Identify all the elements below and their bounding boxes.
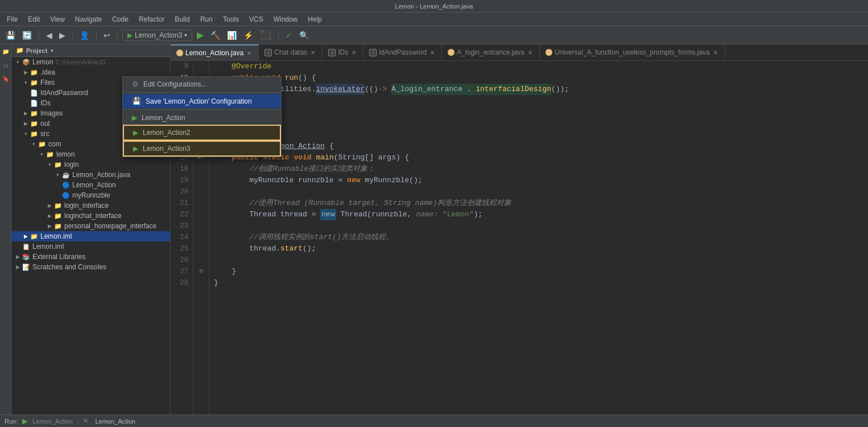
code-content: @Override public void run () { [209,61,868,414]
tab-close-chat-datas[interactable]: ✕ [309,50,316,56]
gutter-25 [193,243,209,254]
code-line-28: } [214,277,863,289]
ln-25: 25 [175,243,188,254]
eq-22: = [312,209,316,220]
tree-item-scratches-consoles[interactable]: ▶ 📝 Scratches and Consoles [11,262,170,272]
save-config-item[interactable]: 💾 Save 'Lemon_Action' Configuration [123,94,281,108]
menu-code[interactable]: Code [108,14,133,24]
idea-folder-icon: 📁 [30,68,39,77]
sp4-22 [336,209,341,220]
folder-icon: 📁 [16,47,24,54]
sp-11 [387,84,391,95]
undo-button[interactable]: ↩ [101,30,113,41]
stop-button[interactable]: ⬛ [258,28,274,42]
menu-edit[interactable]: Edit [23,14,44,24]
tab-close-lemon-action[interactable]: ✕ [246,50,253,56]
menu-navigate[interactable]: Navigate [71,14,106,24]
panel-header: 📁 Project ▾ [11,44,170,57]
lemon-action2-item[interactable]: ▶ Lemon_Action2 [123,125,281,141]
tree-item-myrunnzble[interactable]: 🔵 myRunnzble [11,190,170,200]
code-line-11: SwingUtilities . invokeLater (() -> A_lo… [214,84,863,95]
search-everywhere-button[interactable]: 🔍 [297,30,311,41]
files-folder-icon: 📁 [30,78,39,87]
gutter-28 [193,277,209,289]
tab-idandpassword[interactable]: J IdAndPassword ✕ [363,44,442,60]
bottom-close-label[interactable]: ✕ [83,417,88,425]
tab-close-ids[interactable]: ✕ [350,50,357,56]
structure-icon[interactable]: 🗂 [1,60,10,69]
build-button[interactable]: 🔨 [208,30,222,41]
sp2-19 [334,175,338,186]
menu-file[interactable]: File [2,14,22,24]
menu-vcs[interactable]: VCS [245,14,268,24]
kw-new-19: new [347,175,360,186]
profile-run-button[interactable]: ⚡ [241,30,255,41]
tree-item-login[interactable]: ▾ 📁 login [11,159,170,170]
fold-icon-27[interactable]: ⊖ [199,266,202,277]
comma-22: , [407,209,412,220]
tab-close-a-login[interactable]: ✕ [527,50,534,56]
ln-23: 23 [175,220,188,232]
tab-label-lemon-action: Lemon_Action.java [185,49,243,57]
menu-refactor[interactable]: Refactor [134,14,169,24]
tab-close-idandpassword[interactable]: ✕ [429,50,436,56]
sp3-17 [312,152,316,163]
dropdown-arrow-icon: ▾ [184,32,187,38]
expand-arrow-images: ▶ [22,109,30,117]
profile-button[interactable]: 👤 [77,30,92,41]
lemon-action-item[interactable]: ▶ Lemon_Action [123,111,281,125]
lemon-folder-icon: 📁 [46,150,55,159]
lemon-action3-item[interactable]: ▶ Lemon_Action3 [123,141,281,157]
menu-tools[interactable]: Tools [218,14,243,24]
tab-ids[interactable]: J IDs ✕ [323,44,363,60]
tree-item-lemon-iml[interactable]: 📋 Lemon.iml [11,241,170,252]
gutter-24 [193,232,209,243]
tree-item-login-interface[interactable]: ▶ 📁 login_interface [11,200,170,211]
spacing-22 [214,209,249,220]
tab-universal[interactable]: Universal_A_function_useless_prompts_for… [540,44,725,60]
tree-item-lemon-root[interactable]: ▾ 📦 Lemon C:\Users\Admin\D... [11,57,170,67]
panel-dropdown-arrow[interactable]: ▾ [51,48,53,54]
bookmarks-icon[interactable]: 🔖 [1,74,10,83]
check-button[interactable]: ✓ [283,30,295,41]
sp6-22 [438,209,443,220]
lemon-root-path: C:\Users\Admin\D... [56,59,111,65]
edit-configurations-item[interactable]: ⚙ Edit Configurations... [123,77,281,91]
tree-item-lemon-action-class[interactable]: 🔵 Lemon_Action [11,180,170,190]
tab-lemon-action[interactable]: Lemon_Action.java ✕ [171,44,259,60]
tab-close-universal[interactable]: ✕ [712,50,719,56]
tree-item-personal-homepage[interactable]: ▶ 📁 personal_homepage_interface [11,221,170,231]
tree-item-lemon-action-java[interactable]: ▾ ☕ Lemon_Action.java [11,170,170,180]
tab-icon-universal [545,49,552,56]
ids-icon: 📄 [30,98,39,108]
sync-button[interactable]: 🔄 [20,30,34,41]
run-config-dropdown[interactable]: ▶ Lemon_Action3 ▾ [122,30,192,41]
coverage-button[interactable]: 📊 [225,30,239,41]
gutter-26 [193,254,209,266]
menu-build[interactable]: Build [170,14,195,24]
menu-run[interactable]: Run [196,14,217,24]
project-icon[interactable]: 📁 [1,47,10,56]
tree-item-users-information[interactable]: ▶ 📁 Lemon.iml [11,231,170,241]
menu-window[interactable]: Window [269,14,303,24]
menu-view[interactable]: View [46,14,69,24]
tree-item-loginchat-interface[interactable]: ▶ 📁 loginchat_interface [11,211,170,221]
tree-item-external-libraries[interactable]: ▶ 📚 External Libraries [11,252,170,262]
str-lemon: "Lemon" [443,209,474,220]
back-button[interactable]: ◀ [44,30,55,41]
expand-arrow-scratches: ▶ [14,263,22,271]
code-line-24: //调用线程实例的start()方法启动线程。 [214,232,863,243]
save-button[interactable]: 💾 [3,30,18,41]
scratches-icon: 📝 [22,262,31,272]
tab-a-login[interactable]: A_login_entrance.java ✕ [442,44,540,60]
sp3-10 [307,72,312,84]
run-button[interactable]: ▶ [195,28,206,42]
gutter-18 [193,163,209,175]
menu-help[interactable]: Help [303,14,326,24]
comment-24: //调用线程实例的start()方法启动线程。 [214,232,393,243]
tab-chat-datas[interactable]: J Chat datas ✕ [259,44,323,60]
paren-19: (); [409,175,422,186]
login-folder-icon: 📁 [53,160,63,169]
run-icon-lemon-action: ▶ [132,114,137,122]
forward-button[interactable]: ▶ [57,30,68,41]
